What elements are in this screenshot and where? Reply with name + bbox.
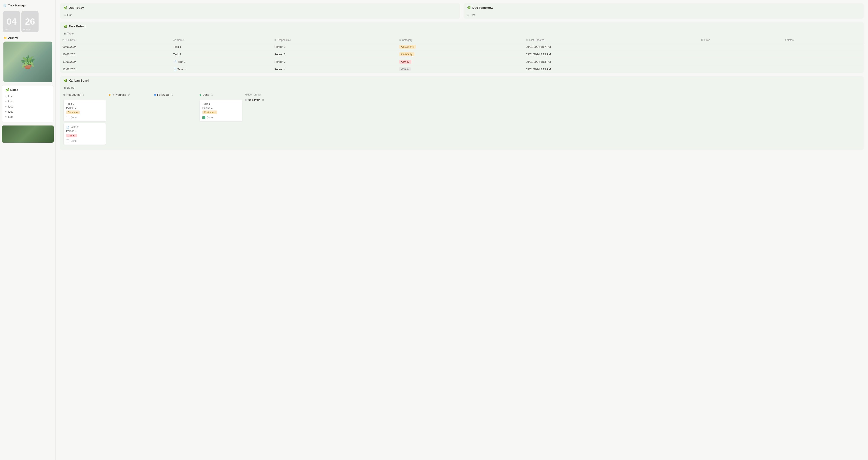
- kanban-card[interactable]: Task 1 Person 1 Customers Done: [199, 100, 242, 121]
- cell-last-updated: 09/01/2024 3:13 PM: [523, 65, 699, 73]
- kanban-column-header-not-started: Not Started 3: [63, 91, 106, 98]
- clock-icon: ⏱: [526, 38, 528, 41]
- cell-last-updated: 09/01/2024 3:13 PM: [523, 58, 699, 65]
- task-entry-view[interactable]: ⊞ Table: [60, 31, 864, 37]
- person-icon: ≡: [275, 38, 276, 41]
- col-last-updated[interactable]: ⏱ Last Updated: [523, 37, 699, 43]
- kanban-column-in-progress: In Progress 0: [109, 91, 152, 147]
- task-entry-section: 🌿 Task Entry ⊞ Table □ Due Date Aa: [60, 22, 864, 73]
- kanban-column-header-done: Done 1: [199, 91, 242, 98]
- kanban-columns: Not Started 3 Task 2 Person 2 Company Do…: [60, 91, 864, 150]
- notes-item-5[interactable]: List: [5, 114, 50, 119]
- kanban-column-count-in-progress: 0: [128, 93, 129, 96]
- cell-name: 📄Task 4: [170, 65, 272, 73]
- notes-item-1[interactable]: List: [5, 94, 50, 99]
- kanban-card-badge: Clients: [66, 134, 77, 137]
- kanban-done-checkbox[interactable]: [202, 116, 205, 119]
- cell-notes: [782, 51, 864, 58]
- cell-notes: [782, 43, 864, 51]
- archive-icon: 📁: [3, 36, 7, 39]
- cell-responsible: Person 1: [272, 43, 397, 51]
- kanban-done-checkbox[interactable]: [66, 140, 69, 143]
- top-row: 🌿 Due Today ☰ List 🌿 Due Tomorrow ☰ List: [60, 3, 864, 19]
- cell-category: Admin: [397, 65, 523, 73]
- kanban-column-not-started: Not Started 3 Task 2 Person 2 Company Do…: [63, 91, 106, 147]
- kanban-done-label: Done: [70, 140, 76, 143]
- kanban-column-label-not-started: Not Started: [66, 93, 81, 96]
- cell-responsible: Person 2: [272, 51, 397, 58]
- task-entry-title: Task Entry: [69, 25, 84, 28]
- status-dot-in-progress: [109, 94, 111, 96]
- notes-item-3[interactable]: List: [5, 104, 50, 109]
- kanban-column-header-in-progress: In Progress 0: [109, 91, 152, 98]
- due-tomorrow-view-label: List: [471, 13, 475, 17]
- notes-item-2[interactable]: List: [5, 99, 50, 104]
- due-tomorrow-icon: 🌿: [467, 6, 471, 9]
- cell-name: Task 2: [170, 51, 272, 58]
- task-entry-view-label: Table: [67, 32, 74, 35]
- col-category[interactable]: ◎ Category: [397, 37, 523, 43]
- task-entry-header: 🌿 Task Entry: [60, 22, 864, 31]
- no-status-count: 0: [262, 98, 264, 101]
- col-name[interactable]: Aa Name: [170, 37, 272, 43]
- cell-name: 📄Task 3: [170, 58, 272, 65]
- col-notes[interactable]: ≡ Notes: [782, 37, 864, 43]
- notes-title: 🌿 Notes: [5, 88, 50, 91]
- kanban-column-label-follow-up: Follow Up: [157, 93, 169, 96]
- col-due-date[interactable]: □ Due Date: [60, 37, 170, 43]
- kanban-card[interactable]: Task 2 Person 2 Company Done: [63, 100, 106, 121]
- col-responsible[interactable]: ≡ Responsible: [272, 37, 397, 43]
- task-entry-icon: 🌿: [63, 25, 67, 28]
- table-row[interactable]: 09/01/2024 Task 1 Person 1 Customers 09/…: [60, 43, 864, 51]
- due-today-title: Due Today: [69, 6, 84, 9]
- clock-day: MONDAY: [23, 29, 31, 31]
- kanban-view[interactable]: ⊞ Board: [60, 85, 864, 91]
- status-dot-done: [199, 94, 201, 96]
- kanban-header: 🌿 Kanban Board: [60, 76, 864, 85]
- archive-label: Archive: [8, 36, 19, 39]
- due-today-view[interactable]: ☰ List: [60, 12, 460, 19]
- kanban-card-title: Task 1: [202, 102, 240, 105]
- col-links[interactable]: ⛓ Links: [699, 37, 782, 43]
- kanban-column-follow-up: Follow Up 0: [154, 91, 197, 147]
- table-row[interactable]: 12/01/2024 📄Task 4 Person 4 Admin 09/01/…: [60, 65, 864, 73]
- archive-image-placeholder: 🪴: [3, 41, 52, 82]
- board-icon: ⊞: [63, 86, 66, 89]
- clock-minute: 26: [25, 17, 35, 26]
- due-tomorrow-view[interactable]: ☰ List: [464, 12, 864, 19]
- archive-section: 📁 Archive 🪴: [0, 35, 56, 84]
- due-tomorrow-section: 🌿 Due Tomorrow ☰ List: [464, 3, 864, 19]
- due-today-icon: 🌿: [63, 6, 67, 9]
- notes-list: List List List List List: [5, 94, 50, 119]
- cursor: [86, 25, 86, 28]
- status-dot-follow-up: [154, 94, 156, 96]
- no-status-dot: [245, 99, 247, 101]
- kanban-title: Kanban Board: [69, 79, 89, 82]
- cell-links: [699, 43, 782, 51]
- kanban-column-count-done: 1: [211, 93, 213, 96]
- no-status-group[interactable]: No Status 0: [245, 98, 279, 101]
- cell-category: Customers: [397, 43, 523, 51]
- sidebar: 🗒️ Task Manager 04 PM 26 MONDAY 📁 Archiv…: [0, 0, 56, 460]
- cell-due-date: 10/01/2024: [60, 51, 170, 58]
- calendar-icon: □: [63, 38, 64, 41]
- archive-header[interactable]: 📁 Archive: [2, 35, 54, 40]
- kanban-card[interactable]: 📄Task 3 Person 3 Clients Done: [63, 123, 106, 145]
- main-content: 🌿 Due Today ☰ List 🌿 Due Tomorrow ☰ List…: [56, 0, 868, 460]
- cell-name: Task 1: [170, 43, 272, 51]
- status-dot-not-started: [63, 94, 65, 96]
- table-row[interactable]: 10/01/2024 Task 2 Person 2 Company 09/01…: [60, 51, 864, 58]
- cell-last-updated: 09/01/2024 3:13 PM: [523, 51, 699, 58]
- cell-links: [699, 51, 782, 58]
- cell-due-date: 12/01/2024: [60, 65, 170, 73]
- kanban-view-label: Board: [67, 86, 74, 89]
- table-row[interactable]: 11/01/2024 📄Task 3 Person 3 Clients 09/0…: [60, 58, 864, 65]
- cell-last-updated: 09/01/2024 3:17 PM: [523, 43, 699, 51]
- kanban-card-title: Task 2: [66, 102, 103, 105]
- card-doc-icon: 📄: [66, 126, 69, 128]
- doc-icon: 📄: [173, 68, 177, 71]
- notes-item-4[interactable]: List: [5, 109, 50, 114]
- cell-due-date: 09/01/2024: [60, 43, 170, 51]
- kanban-done-checkbox[interactable]: [66, 116, 69, 119]
- kanban-card-badge: Company: [66, 111, 80, 114]
